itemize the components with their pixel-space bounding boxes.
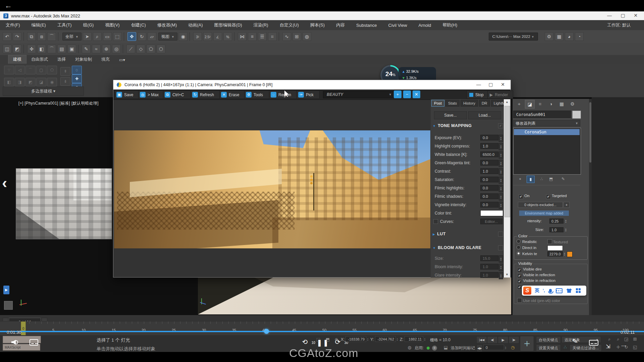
- exclude-objects-button[interactable]: 0 objects excluded...: [518, 202, 563, 208]
- play-animation-icon[interactable]: ▶: [498, 336, 508, 344]
- next-key-icon[interactable]: |▶: [508, 336, 519, 344]
- foot-steps-icon[interactable]: ∴: [561, 344, 569, 350]
- render-production-icon[interactable]: ◕: [565, 32, 574, 41]
- viewport-layout-icon[interactable]: ◫: [3, 45, 11, 53]
- maximize-button[interactable]: ▢: [616, 11, 629, 20]
- sun-on-checkbox[interactable]: ✔ On: [519, 194, 530, 199]
- environment-map-added-button[interactable]: Environment map added: [519, 210, 569, 216]
- undo-icon[interactable]: ↶: [3, 32, 11, 41]
- preview-off-icon[interactable]: ◧: [4, 78, 14, 86]
- ribbon-tab-modeling[interactable]: 建模: [8, 55, 26, 64]
- pin-stack-icon[interactable]: ⌖: [517, 176, 524, 182]
- post-load-button[interactable]: Load...: [468, 111, 501, 119]
- modifier-stack[interactable]: CoronaSun: [513, 128, 581, 175]
- edge-mode-icon[interactable]: ◁: [15, 66, 25, 74]
- size-spinner[interactable]: ▲▼: [564, 227, 568, 233]
- direct-color-swatch[interactable]: [547, 245, 563, 251]
- current-frame-field[interactable]: 0: [483, 345, 504, 350]
- render-setup-icon[interactable]: ⚙: [545, 32, 553, 41]
- vfb-copy-button[interactable]: ⧉Ctrl+C: [163, 90, 191, 99]
- z-spinner[interactable]: ▲▼: [423, 336, 426, 343]
- tab-post[interactable]: Post: [431, 100, 444, 107]
- stop-render-button[interactable]: Stop: [467, 90, 490, 99]
- material-override-icon[interactable]: ◍: [406, 345, 413, 351]
- viewport-label[interactable]: [+] [PhysCamera001] [标准] [默认明暗处理]: [18, 101, 99, 106]
- paint-deform-icon[interactable]: ✎: [82, 45, 91, 53]
- speaker-icon[interactable]: [11, 339, 18, 345]
- menu-civil-view[interactable]: Civil View: [383, 23, 413, 28]
- add-exclude-button[interactable]: +: [564, 202, 570, 208]
- lut-header[interactable]: ▶LUT: [433, 232, 446, 236]
- tone-mapping-header[interactable]: ▼TONE MAPPING: [433, 123, 472, 128]
- sun-targeted-checkbox[interactable]: ✔ Targeted: [546, 194, 567, 199]
- create-tab-icon[interactable]: ＋: [515, 100, 524, 108]
- viewport-mini-button[interactable]: [4, 301, 13, 310]
- angle-snap-icon[interactable]: ∠: [213, 32, 222, 41]
- utilities-tab-icon[interactable]: ⚙: [568, 100, 577, 108]
- modifier-coronasun[interactable]: CoronaSun: [514, 129, 580, 135]
- pin-panel-icon[interactable]: ✚: [72, 74, 82, 83]
- set-keys-button[interactable]: ＋: [520, 336, 534, 351]
- kelvin-radio[interactable]: Kelvin te: [517, 251, 537, 256]
- snap-3d-icon[interactable]: 3²: [193, 32, 202, 41]
- vfb-region-button[interactable]: ◌Region: [269, 90, 297, 99]
- polygon-mode-icon[interactable]: ▢: [36, 66, 46, 74]
- ribbon-tab-object-paint[interactable]: 对象绘制: [70, 55, 97, 64]
- select-move-icon[interactable]: ✥: [127, 32, 136, 41]
- bind-spacewarp-icon[interactable]: ⌒: [47, 32, 56, 41]
- panel-expand-button[interactable]: ▶: [3, 286, 9, 294]
- zoom-out-icon[interactable]: −: [403, 90, 411, 98]
- ribbon-config-icon[interactable]: ▭▾: [114, 56, 130, 64]
- curves-checkbox[interactable]: ✔: [433, 219, 438, 224]
- y-spinner[interactable]: ▲▼: [396, 336, 399, 343]
- subtitle-icon[interactable]: [30, 339, 38, 346]
- soft-selection-icon[interactable]: ◎: [112, 45, 121, 53]
- polygon-icon[interactable]: ⬠: [147, 45, 155, 53]
- menu-modifiers[interactable]: 修改器(M): [152, 22, 183, 28]
- menu-tools[interactable]: 工具(T): [52, 22, 77, 28]
- bloom-glare-header[interactable]: ▼BLOOM AND GLARE: [433, 245, 481, 250]
- set-key-button[interactable]: 设置关键点: [536, 344, 561, 352]
- menu-arnold[interactable]: Arnold: [413, 23, 437, 28]
- make-unique-icon[interactable]: ∴: [538, 176, 545, 182]
- zoom-reset-icon[interactable]: ✕: [413, 90, 420, 98]
- ime-language-mode[interactable]: 英: [535, 288, 539, 294]
- vfb-close-button[interactable]: ✕: [496, 80, 509, 89]
- collapse-stack-icon[interactable]: ⇞: [60, 67, 70, 76]
- element-mode-icon[interactable]: ⬠: [47, 66, 57, 74]
- zoom-in-icon[interactable]: +: [394, 90, 401, 98]
- microphone-icon[interactable]: [549, 289, 552, 293]
- rectangular-region-icon[interactable]: ▭: [103, 32, 112, 41]
- pip-icon[interactable]: [589, 340, 598, 346]
- selection-filter-dropdown[interactable]: 全部▼: [62, 33, 82, 41]
- menu-graph-editors[interactable]: 图形编辑器(D): [209, 22, 248, 28]
- toggle-command-panel-icon[interactable]: ◌: [72, 66, 82, 74]
- object-color-swatch[interactable]: [572, 111, 581, 119]
- menu-file[interactable]: 文件(F): [0, 22, 26, 28]
- vfb-save-button[interactable]: ▣Save: [115, 90, 139, 99]
- auto-key-button[interactable]: 自动关键点: [536, 336, 561, 344]
- tab-stats[interactable]: Stats: [445, 100, 460, 107]
- rendered-frame-icon[interactable]: ▦: [555, 32, 564, 41]
- show-end-result-icon[interactable]: ▮: [527, 176, 535, 183]
- zoom-icon[interactable]: ⌕: [606, 336, 613, 342]
- lattice-icon[interactable]: ▤: [57, 45, 66, 53]
- menu-group[interactable]: 组(G): [77, 22, 100, 28]
- kelvin-color-swatch[interactable]: [567, 251, 573, 257]
- scroll-up-icon[interactable]: ▲: [504, 99, 510, 105]
- percent-snap-icon[interactable]: %: [223, 32, 232, 41]
- sogou-ime-bar[interactable]: S 英 ’,: [522, 286, 586, 296]
- ime-punctuation-icon[interactable]: ’,: [543, 288, 545, 293]
- kelvin-field[interactable]: 2279.0: [547, 251, 563, 256]
- time-slider[interactable]: 0: [21, 321, 26, 336]
- ime-menu-icon[interactable]: [576, 288, 578, 290]
- ribbon-tab-populate[interactable]: 填充: [97, 55, 114, 64]
- color-tint-swatch[interactable]: [480, 210, 503, 216]
- scene-explorer-icon[interactable]: ⌗: [268, 32, 277, 41]
- reference-coordinate-dropdown[interactable]: 视图▼: [158, 33, 177, 41]
- vfb-scrollbar[interactable]: ▲ ▼: [504, 99, 510, 278]
- menu-scripting[interactable]: 脚本(S): [305, 22, 330, 28]
- modifier-list-dropdown[interactable]: 修改器列表▼: [513, 120, 580, 126]
- render-channel-dropdown[interactable]: BEAUTY▼: [323, 91, 394, 98]
- edge-icon[interactable]: ⟋: [126, 45, 135, 53]
